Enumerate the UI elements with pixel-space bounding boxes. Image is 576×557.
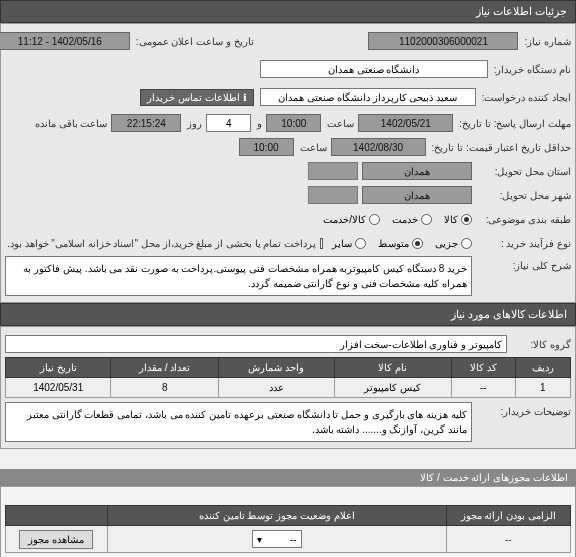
label-general-desc: شرح کلی نیاز: [476,256,571,271]
td-qty: 8 [111,378,219,398]
field-validity-date: 1402/08/30 [331,138,426,156]
th-qty: تعداد / مقدار [111,358,219,378]
field-days: 4 [206,114,251,132]
radio-other-label: سایر [332,238,352,249]
dash-text: -- [505,534,512,545]
td-permit-required: -- [446,526,570,553]
payment-checkbox[interactable] [320,238,323,249]
field-send-date: 1402/05/21 [358,114,453,132]
table-header-row: ردیف کد کالا نام کالا واحد شمارش تعداد /… [6,358,571,378]
permits-row: -- -- ▾ مشاهده مجوز [6,526,571,553]
radio-circle-icon [421,214,432,225]
label-creator: ایجاد کننده درخواست: [480,92,571,103]
label-min-validity: حداقل تاریخ اعتبار قیمت: تا تاریخ: [430,142,571,153]
radio-mid-label: متوسط [378,238,409,249]
section-header-goods: اطلاعات کالاهای مورد نیاز [0,303,576,326]
select-value: -- [290,534,297,545]
goods-table: ردیف کد کالا نام کالا واحد شمارش تعداد /… [5,357,571,398]
radio-goods[interactable]: کالا [444,214,472,225]
th-permit-action [6,506,108,526]
radio-low[interactable]: جزیی [435,238,472,249]
radio-service-label: خدمت [392,214,418,225]
th-code: کد کالا [451,358,515,378]
permits-panel: الزامی بودن ارائه مجوز اعلام وضعیت مجوز … [0,486,576,557]
label-buyer-notes: توضیحات خریدار: [476,402,571,417]
radio-both[interactable]: کالا/خدمت [323,214,380,225]
th-row: ردیف [515,358,570,378]
table-row: 1 -- کیس کامپیوتر عدد 8 1402/05/31 [6,378,571,398]
purchase-type-group: جزیی متوسط سایر [332,238,472,249]
label-city: شهر محل تحویل: [476,190,571,201]
field-state-extra [308,162,358,180]
label-time-1: ساعت [325,118,354,129]
field-city-extra [308,186,358,204]
contact-buyer-button[interactable]: ℹ اطلاعات تماس خریدار [140,89,254,106]
section-header-main: جزئیات اطلاعات نیاز [0,0,576,23]
label-time-2: ساعت [298,142,327,153]
td-unit: عدد [219,378,335,398]
radio-other[interactable]: سایر [332,238,366,249]
th-date: تاریخ نیاز [6,358,111,378]
radio-circle-icon [355,238,366,249]
label-send-deadline: مهلت ارسال پاسخ: تا تاریخ: [457,118,571,129]
th-unit: واحد شمارش [219,358,335,378]
radio-both-label: کالا/خدمت [323,214,366,225]
label-goods-group: گروه کالا: [511,339,571,350]
field-buyer-notes: کلیه هزینه های بارگیری و حمل تا دانشگاه … [5,402,472,442]
category-radio-group: کالا خدمت کالا/خدمت [323,214,472,225]
th-permit-status: اعلام وضعیت مجوز توسط تامین کننده [107,506,446,526]
permits-header-row: الزامی بودن ارائه مجوز اعلام وضعیت مجوز … [6,506,571,526]
goods-panel: گروه کالا: کامپیوتر و فناوری اطلاعات-سخت… [0,326,576,449]
label-need-number: شماره نیاز: [522,36,571,47]
label-day: روز [185,118,202,129]
field-validity-time: 10:00 [239,138,294,156]
radio-goods-label: کالا [444,214,458,225]
permits-table: الزامی بودن ارائه مجوز اعلام وضعیت مجوز … [5,505,571,553]
td-code: -- [451,378,515,398]
label-buyer-org: نام دستگاه خریدار: [492,64,571,75]
radio-dot-icon [412,238,423,249]
field-state: همدان [362,162,472,180]
radio-circle-icon [369,214,380,225]
radio-dot-icon [461,214,472,225]
field-public-date: 1402/05/16 - 11:12 [0,32,130,50]
td-permit-action: مشاهده مجوز [6,526,108,553]
label-remaining: ساعت باقی مانده [33,118,108,129]
th-permit-required: الزامی بودن ارائه مجوز [446,506,570,526]
radio-mid[interactable]: متوسط [378,238,423,249]
label-state: استان محل تحویل: [476,166,571,177]
label-payment-note: پرداخت تمام یا بخشی از مبلغ خرید،از محل … [5,238,316,249]
field-creator: سعید ذبیحی کارپرداز دانشگاه صنعتی همدان [260,88,476,106]
label-purchase-type: نوع فرآیند خرید : [476,238,571,249]
label-public-date: تاریخ و ساعت اعلان عمومی: [134,36,254,47]
field-goods-group: کامپیوتر و فناوری اطلاعات-سخت افزار [5,335,507,353]
td-date: 1402/05/31 [6,378,111,398]
field-send-time: 10:00 [266,114,321,132]
label-category: طبقه بندی موضوعی: [476,214,571,225]
field-need-number: 1102000306000021 [368,32,518,50]
td-permit-status: -- ▾ [107,526,446,553]
field-city: همدان [362,186,472,204]
td-row: 1 [515,378,570,398]
permit-status-select[interactable]: -- ▾ [252,530,302,548]
chevron-down-icon: ▾ [257,534,262,545]
field-buyer-org: دانشگاه صنعتی همدان [260,60,488,78]
field-remaining: 22:15:24 [111,114,181,132]
info-icon: ℹ [243,92,247,103]
field-general-desc: خرید 8 دستگاه کیس کامپیوتربه همراه مشخصا… [5,256,472,296]
contact-label: اطلاعات تماس خریدار [147,92,240,103]
td-name: کیس کامپیوتر [334,378,451,398]
radio-service[interactable]: خدمت [392,214,432,225]
details-panel: شماره نیاز: 1102000306000021 نام دستگاه … [0,23,576,303]
view-permit-button[interactable]: مشاهده مجوز [19,530,93,549]
th-name: نام کالا [334,358,451,378]
section-header-permits: اطلاعات مجوزهای ارائه خدمت / کالا [0,469,576,486]
radio-low-label: جزیی [435,238,458,249]
radio-circle-icon [461,238,472,249]
label-and: و [255,118,262,129]
